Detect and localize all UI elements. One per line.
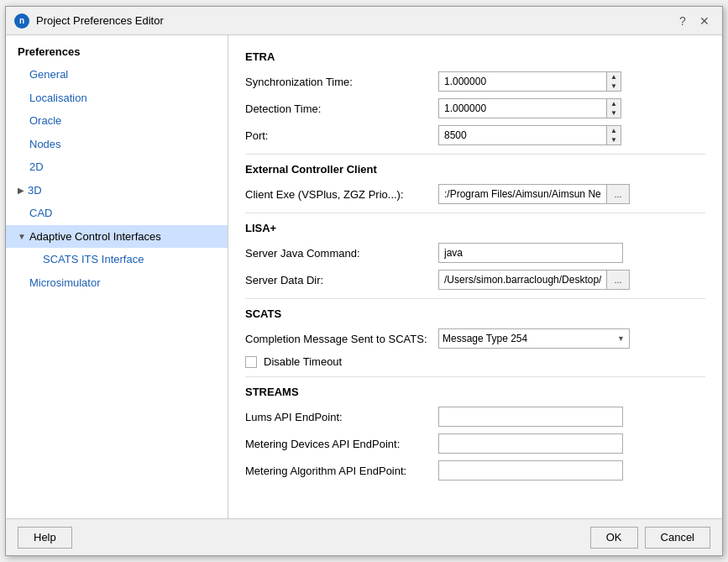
- metering-devices-label: Metering Devices API EndPoint:: [245, 438, 438, 450]
- port-label: Port:: [245, 129, 438, 142]
- server-data-dir-browse-button[interactable]: ...: [606, 270, 630, 290]
- footer-right: OK Cancel: [590, 527, 710, 549]
- server-data-dir-label: Server Data Dir:: [245, 274, 438, 286]
- port-spin-buttons: ▲ ▼: [606, 125, 621, 145]
- content-scroll: ETRA Synchronization Time: ▲ ▼ Detection…: [228, 35, 722, 518]
- dialog-footer: Help OK Cancel: [6, 518, 722, 555]
- cancel-button[interactable]: Cancel: [645, 527, 710, 549]
- help-footer-button[interactable]: Help: [18, 527, 72, 549]
- detection-time-spinner: ▲ ▼: [438, 98, 621, 118]
- metering-devices-input[interactable]: [438, 433, 623, 454]
- port-spinner: ▲ ▼: [438, 125, 621, 145]
- sidebar-item-localisation[interactable]: Localisation: [6, 87, 228, 110]
- lisa-divider: [245, 298, 705, 299]
- detection-time-input[interactable]: [438, 98, 606, 118]
- dialog-body: Preferences General Localisation Oracle …: [6, 35, 722, 518]
- section-title-external-controller: External Controller Client: [245, 163, 705, 176]
- server-data-dir-browse: ...: [438, 270, 630, 290]
- port-row: Port: ▲ ▼: [245, 125, 705, 145]
- client-exe-label: Client Exe (VSPlus, ZGZ Prio...):: [245, 188, 438, 201]
- ok-button[interactable]: OK: [590, 527, 638, 549]
- disable-timeout-row: Disable Timeout: [245, 355, 705, 368]
- sidebar-item-2d[interactable]: 2D: [6, 155, 228, 179]
- metering-devices-row: Metering Devices API EndPoint:: [245, 433, 705, 454]
- sync-time-spin-buttons: ▲ ▼: [606, 71, 621, 92]
- sidebar-item-adaptive-control-interfaces[interactable]: ▼ Adaptive Control Interfaces: [6, 225, 228, 249]
- server-data-dir-input[interactable]: [438, 270, 606, 290]
- title-bar-controls: ? ✕: [673, 12, 714, 30]
- sync-time-spinner: ▲ ▼: [438, 71, 621, 92]
- external-controller-divider: [245, 213, 705, 213]
- sync-time-input[interactable]: [438, 71, 606, 92]
- sidebar-item-adaptive-label: Adaptive Control Interfaces: [29, 228, 161, 245]
- sync-time-up-button[interactable]: ▲: [607, 72, 621, 81]
- server-data-dir-row: Server Data Dir: ...: [245, 270, 705, 290]
- disable-timeout-label[interactable]: Disable Timeout: [264, 355, 342, 368]
- completion-message-select[interactable]: Message Type 254: [438, 328, 630, 349]
- sidebar-item-scats-its-interface[interactable]: SCATS ITS Interface: [6, 248, 228, 271]
- scats-divider: [245, 376, 705, 377]
- sidebar-item-3d-label: 3D: [28, 182, 42, 199]
- port-down-button[interactable]: ▼: [607, 135, 621, 144]
- title-bar: n Project Preferences Editor ? ✕: [6, 7, 722, 35]
- section-title-lisa: LISA+: [245, 222, 705, 234]
- completion-message-label: Completion Message Sent to SCATS:: [245, 333, 438, 345]
- server-java-input[interactable]: [438, 243, 623, 263]
- sidebar-item-nodes[interactable]: Nodes: [6, 133, 228, 156]
- sidebar-item-general[interactable]: General: [6, 63, 228, 87]
- detection-time-spin-buttons: ▲ ▼: [606, 98, 621, 118]
- lums-api-label: Lums API EndPoint:: [245, 411, 438, 423]
- sidebar-item-microsimulator[interactable]: Microsimulator: [6, 271, 228, 295]
- sidebar-item-3d[interactable]: ▶ 3D: [6, 179, 228, 202]
- disable-timeout-checkbox[interactable]: [245, 356, 257, 368]
- sidebar-item-cad[interactable]: CAD: [6, 202, 228, 225]
- metering-algorithm-label: Metering Algorithm API EndPoint:: [245, 465, 438, 477]
- section-title-etra: ETRA: [245, 50, 705, 63]
- client-exe-browse: ...: [438, 184, 630, 204]
- help-button[interactable]: ?: [673, 12, 692, 30]
- expand-arrow-icon: ▼: [18, 230, 26, 243]
- server-java-label: Server Java Command:: [245, 247, 438, 260]
- sidebar: Preferences General Localisation Oracle …: [6, 35, 228, 518]
- section-title-scats: SCATS: [245, 307, 705, 320]
- client-exe-row: Client Exe (VSPlus, ZGZ Prio...): ...: [245, 184, 705, 204]
- metering-algorithm-row: Metering Algorithm API EndPoint:: [245, 460, 705, 481]
- client-exe-input[interactable]: [438, 184, 606, 204]
- sync-time-label: Synchronization Time:: [245, 76, 438, 88]
- footer-left: Help: [18, 527, 72, 549]
- detection-time-row: Detection Time: ▲ ▼: [245, 98, 705, 118]
- port-input[interactable]: [438, 125, 606, 145]
- metering-algorithm-input[interactable]: [438, 460, 623, 481]
- app-icon: n: [14, 13, 29, 29]
- detection-time-down-button[interactable]: ▼: [607, 108, 621, 118]
- lums-api-row: Lums API EndPoint:: [245, 407, 705, 427]
- main-content: ETRA Synchronization Time: ▲ ▼ Detection…: [228, 35, 722, 518]
- lums-api-input[interactable]: [438, 407, 623, 427]
- title-bar-left: n Project Preferences Editor: [14, 13, 164, 29]
- sidebar-header: Preferences: [6, 42, 228, 63]
- arrow-icon: ▶: [18, 184, 24, 197]
- section-title-streams: STREAMS: [245, 386, 705, 398]
- port-up-button[interactable]: ▲: [607, 126, 621, 135]
- dialog-title: Project Preferences Editor: [36, 14, 164, 27]
- etra-divider: [245, 154, 705, 155]
- sync-time-down-button[interactable]: ▼: [607, 81, 621, 91]
- completion-message-select-wrapper: Message Type 254: [438, 328, 630, 349]
- sync-time-row: Synchronization Time: ▲ ▼: [245, 71, 705, 92]
- dialog: n Project Preferences Editor ? ✕ Prefere…: [5, 6, 723, 556]
- sidebar-item-oracle[interactable]: Oracle: [6, 109, 228, 133]
- completion-message-row: Completion Message Sent to SCATS: Messag…: [245, 328, 705, 349]
- close-button[interactable]: ✕: [695, 12, 714, 30]
- server-java-row: Server Java Command:: [245, 243, 705, 263]
- client-exe-browse-button[interactable]: ...: [606, 184, 630, 204]
- detection-time-up-button[interactable]: ▲: [607, 99, 621, 108]
- detection-time-label: Detection Time:: [245, 102, 438, 115]
